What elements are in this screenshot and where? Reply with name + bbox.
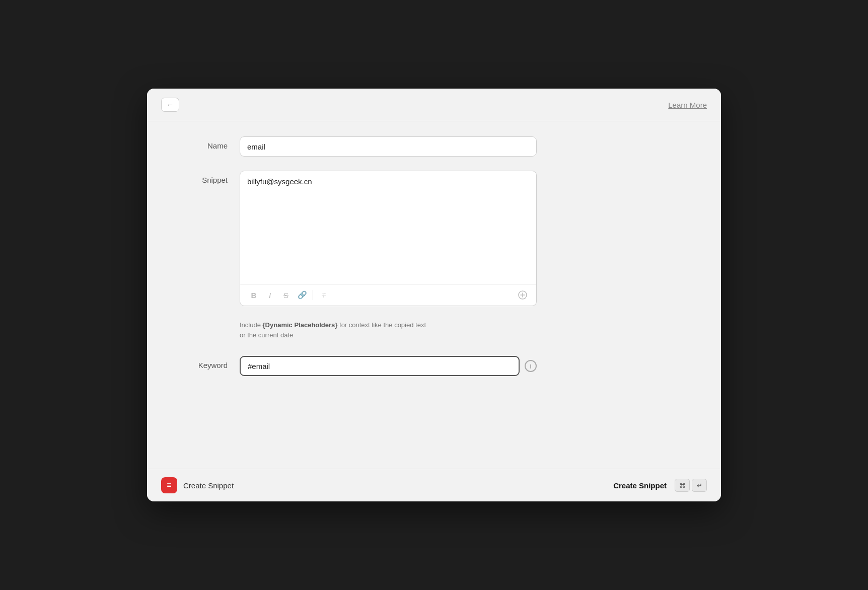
name-input[interactable] <box>240 136 537 157</box>
learn-more-link[interactable]: Learn More <box>668 101 707 109</box>
snippet-row: Snippet B I S � <box>167 171 701 306</box>
snippet-field-wrapper: B I S 🔗 T <box>240 171 537 306</box>
bold-icon: B <box>251 291 257 300</box>
cmd-key: ⌘ <box>675 479 690 492</box>
helper-prefix: Include <box>240 321 263 329</box>
italic-icon: I <box>269 291 271 300</box>
back-button[interactable]: ← <box>161 98 179 112</box>
keyboard-shortcut: ⌘ ↵ <box>675 479 707 492</box>
helper-suffix: for context like the copied text <box>337 321 426 329</box>
enter-key: ↵ <box>692 479 707 492</box>
placeholder-highlight: {Dynamic Placeholders} <box>263 321 338 329</box>
add-placeholder-button[interactable] <box>515 287 530 303</box>
bold-button[interactable]: B <box>246 287 261 303</box>
clear-format-icon: T <box>322 291 326 299</box>
name-row: Name <box>167 136 701 157</box>
snippet-toolbar: B I S 🔗 T <box>240 284 536 306</box>
info-icon[interactable]: i <box>525 360 537 372</box>
footer: ≡ Create Snippet Create Snippet ⌘ ↵ <box>147 469 721 501</box>
link-icon: 🔗 <box>298 290 307 300</box>
back-arrow-icon: ← <box>167 101 174 109</box>
italic-button[interactable]: I <box>262 287 277 303</box>
footer-left: ≡ Create Snippet <box>161 477 234 493</box>
keyword-wrapper: i <box>240 356 537 376</box>
name-field-wrapper <box>240 136 537 157</box>
clear-format-button[interactable]: T <box>316 287 331 303</box>
form-content: Name Snippet B I <box>147 121 721 469</box>
app-icon-symbol: ≡ <box>167 481 171 490</box>
snippet-container: B I S 🔗 T <box>240 171 537 306</box>
strikethrough-button[interactable]: S <box>278 287 294 303</box>
link-button[interactable]: 🔗 <box>295 287 310 303</box>
footer-right: Create Snippet ⌘ ↵ <box>613 479 707 492</box>
toolbar-separator <box>313 290 313 300</box>
snippet-textarea[interactable] <box>240 171 536 282</box>
add-circle-icon <box>518 290 527 300</box>
snippet-label: Snippet <box>167 171 228 184</box>
keyword-field-wrapper: i <box>240 356 537 376</box>
helper-text: Include {Dynamic Placeholders} for conte… <box>240 320 537 340</box>
header: ← Learn More <box>147 89 721 121</box>
footer-app-name: Create Snippet <box>183 481 234 490</box>
keyword-row: Keyword i <box>167 356 701 376</box>
keyword-label: Keyword <box>167 356 228 370</box>
name-label: Name <box>167 136 228 150</box>
main-window: ← Learn More Name Snippet B <box>147 89 721 501</box>
keyword-input[interactable] <box>240 356 520 376</box>
helper-line2: or the current date <box>240 331 293 339</box>
create-snippet-button[interactable]: Create Snippet <box>613 481 667 490</box>
app-icon: ≡ <box>161 477 177 493</box>
strikethrough-icon: S <box>283 291 288 300</box>
